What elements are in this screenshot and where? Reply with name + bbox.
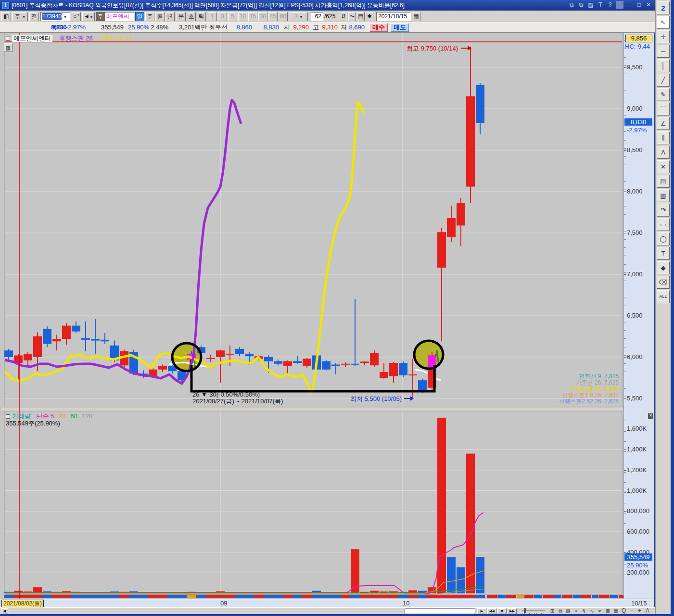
tool-trendline-icon[interactable]: ╱: [657, 74, 670, 87]
close-icon[interactable]: ✕: [645, 1, 652, 9]
tool-pattern-cross-icon[interactable]: ✕: [657, 160, 670, 173]
grid-toggle-icon[interactable]: ▦: [4, 43, 13, 52]
candle-body-24[interactable]: [235, 349, 244, 354]
minute-combo[interactable]: 3 ▼: [290, 12, 308, 21]
tool-pen-icon[interactable]: ✎: [657, 88, 670, 101]
volume-checkbox[interactable]: [6, 414, 10, 419]
calendar-icon[interactable]: ▦: [412, 12, 420, 21]
volume-pane-close-icon[interactable]: ✕: [648, 413, 653, 419]
bottom-cross-mode-icon[interactable]: ↯: [580, 608, 588, 614]
bottom-auto-scale-icon[interactable]: ▨: [564, 608, 572, 614]
volume-bar-49[interactable]: [476, 557, 484, 593]
volume-bar-48[interactable]: [466, 454, 475, 593]
tool-crosshair-icon[interactable]: ✛: [657, 30, 670, 43]
candle-body-23[interactable]: [226, 354, 234, 355]
tool-shape-stamp-icon[interactable]: ◆: [657, 261, 670, 274]
bottom-new-window-icon[interactable]: ⊞: [548, 608, 556, 614]
playback-forward-icon[interactable]: ▶▶: [508, 608, 517, 614]
minute-button-1[interactable]: 1: [208, 12, 217, 21]
candle-body-29[interactable]: [283, 361, 292, 366]
tool-redo-icon[interactable]: 2: [657, 1, 670, 14]
volume-bar-42[interactable]: [408, 590, 417, 593]
tool-zigzag-icon[interactable]: Λ: [657, 146, 670, 159]
subperiod-button-초[interactable]: 초: [187, 12, 196, 21]
tool-vertical-range-icon[interactable]: │: [657, 59, 670, 72]
candle-body-10[interactable]: [101, 340, 109, 341]
pane-splitter[interactable]: [0, 407, 623, 411]
price-axis[interactable]: 9,856 HC:-9,44 8,830 -2.97% 355,549 25.9…: [623, 33, 654, 599]
volume-bar-45[interactable]: [437, 418, 446, 593]
candle-body-25[interactable]: [245, 354, 254, 356]
bottom-zoom-icon[interactable]: Q: [620, 608, 628, 614]
candle-body-3[interactable]: [33, 336, 42, 357]
bar-index-box[interactable]: 62: [311, 12, 323, 21]
candle-body-9[interactable]: [91, 339, 100, 340]
minute-button-45[interactable]: 45: [268, 12, 278, 21]
settings-gear-icon[interactable]: ✱: [366, 12, 373, 21]
date-input[interactable]: 2021/10/15: [376, 12, 411, 21]
candle-body-31[interactable]: [303, 359, 311, 366]
candle-body-43[interactable]: [418, 380, 427, 390]
candle-body-33[interactable]: [322, 361, 331, 370]
tool-erase-all-icon[interactable]: ALL: [657, 290, 670, 303]
buy-button[interactable]: 매수: [369, 23, 388, 32]
tool-text-icon[interactable]: T: [657, 247, 670, 260]
candle-body-0[interactable]: [4, 350, 13, 357]
minute-button-60[interactable]: 60: [279, 12, 288, 21]
candle-body-21[interactable]: [206, 358, 215, 359]
tool-horizontal-line-icon[interactable]: ─: [657, 45, 670, 58]
tool-erase-icon[interactable]: ⌫: [657, 276, 670, 289]
bottom-zoom-in-icon[interactable]: +: [636, 608, 644, 614]
compare-icon[interactable]: ⇵: [340, 12, 347, 21]
title-icon-1[interactable]: ⧉: [577, 1, 585, 9]
period-button-주[interactable]: 주: [145, 12, 154, 21]
period-button-년[interactable]: 년: [165, 12, 175, 21]
tool-arc-fan-icon[interactable]: ⌒: [657, 103, 670, 116]
prev-button[interactable]: 전: [29, 12, 39, 21]
candle-body-28[interactable]: [274, 361, 282, 364]
tool-arrow-mark-icon[interactable]: ↷: [657, 204, 670, 217]
candle-body-2[interactable]: [24, 354, 32, 360]
candle-body-48[interactable]: [466, 96, 475, 186]
title-icon-4[interactable]: ?: [606, 1, 614, 9]
subperiod-button-틱[interactable]: 틱: [197, 12, 206, 21]
tool-fibo-3-icon[interactable]: ▤: [657, 175, 670, 188]
maximize-icon[interactable]: □: [635, 1, 643, 9]
candle-body-27[interactable]: [264, 357, 273, 361]
scroll-left-icon[interactable]: ◀: [1, 608, 8, 614]
minute-button-10[interactable]: 10: [238, 12, 247, 21]
candle-body-6[interactable]: [62, 326, 71, 339]
title-icon-3[interactable]: T: [597, 1, 604, 9]
candle-body-40[interactable]: [389, 363, 398, 376]
candle-body-36[interactable]: [351, 364, 359, 365]
tool-ellipse-highlight-icon[interactable]: ◯: [657, 232, 670, 245]
candle-body-16[interactable]: [158, 366, 167, 370]
bottom-font-icon[interactable]: A: [644, 608, 651, 614]
draw-icon[interactable]: 〜: [348, 12, 356, 21]
candle-body-4[interactable]: [43, 329, 51, 344]
candle-body-41[interactable]: [399, 363, 407, 375]
search-icon[interactable]: ○⌝: [72, 12, 81, 21]
candle-body-46[interactable]: [447, 218, 456, 237]
candle-body-30[interactable]: [293, 361, 302, 363]
speaker-icon[interactable]: ◄▼: [82, 12, 95, 21]
code-input[interactable]: 173940 ▼: [40, 12, 70, 21]
bottom-grid-settings-icon[interactable]: ▦: [612, 608, 620, 614]
tool-fan-lines-icon[interactable]: ∠: [657, 117, 670, 130]
candlestick-chart[interactable]: 최고 9,750 (10/14)최저 5,500 (10/05)26 ▼-30(…: [0, 33, 623, 599]
minute-button-5[interactable]: 5: [228, 12, 237, 21]
tool-rect-highlight-icon[interactable]: ▭: [657, 218, 670, 231]
candle-body-47[interactable]: [457, 203, 465, 225]
tool-fibo-4-icon[interactable]: ▥: [657, 189, 670, 202]
chart-area[interactable]: 최고 9,750 (10/14)최저 5,500 (10/05)26 ▼-30(…: [0, 33, 623, 599]
candle-body-49[interactable]: [476, 85, 484, 123]
volume-bar-46[interactable]: [447, 557, 456, 593]
period-button-일[interactable]: 일: [135, 12, 144, 21]
candle-body-39[interactable]: [380, 372, 388, 378]
candle-body-5[interactable]: [52, 339, 61, 341]
candle-body-37[interactable]: [360, 361, 369, 363]
playback-stop-icon[interactable]: ■: [497, 608, 507, 614]
legend-lagging-span-13[interactable]: 후행스팬 13: [99, 35, 133, 42]
playback-rewind-icon[interactable]: ◀◀: [487, 608, 496, 614]
sell-button[interactable]: 매도: [391, 23, 409, 32]
